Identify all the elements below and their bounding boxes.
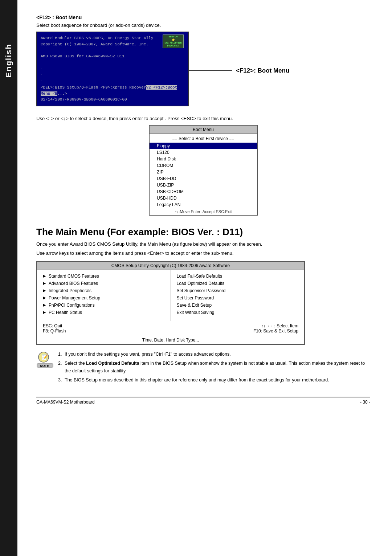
cmos-esc-quit: ESC: Quit (43, 323, 62, 328)
f12-description: Select boot sequence for onboard (or add… (36, 23, 370, 28)
boot-menu-item: USB-FDD (150, 175, 257, 182)
cmos-item-label: Advanced BIOS Features (49, 281, 98, 286)
note-item-2: Select the Load Optimized Defaults item … (58, 360, 370, 375)
svg-text:NOTE: NOTE (40, 364, 49, 368)
note-content: If you don't find the settings you want,… (58, 351, 370, 386)
footer-left: GA-MA69VM-S2 Motherboard (36, 400, 95, 405)
cmos-setup-box: CMOS Setup Utility-Copyright (C) 1984-20… (36, 261, 305, 345)
cmos-right-item: Exit Without Saving (177, 310, 299, 315)
cmos-arrow-icon: ▶ (43, 274, 46, 278)
cmos-left-item: ▶PnP/PCI Configurations (43, 303, 165, 308)
cmos-left-item: ▶PC Health Status (43, 310, 165, 315)
cmos-select-item: ↑↓→←: Select Item (261, 323, 298, 328)
note-list: If you don't find the settings you want,… (58, 351, 370, 384)
main-content: <F12> : Boot Menu Select boot sequence f… (22, 0, 392, 420)
f12-title: <F12> : Boot Menu (36, 15, 370, 20)
cmos-left-item: ▶Standard CMOS Features (43, 274, 165, 279)
boot-items-list: FloppyLS120Hard DiskCDROMZIPUSB-FDDUSB-Z… (150, 143, 257, 208)
footer-right: - 30 - (360, 400, 370, 405)
boot-menu-item: USB-CDROM (150, 188, 257, 195)
note-item-1: If you don't find the settings you want,… (58, 351, 370, 358)
cmos-arrow-icon: ▶ (43, 303, 46, 307)
note-svg-icon: 📝 NOTE (36, 351, 54, 368)
boot-menu-item: Hard Disk (150, 156, 257, 162)
boot-menu-item: LS120 (150, 149, 257, 156)
use-instruction: Use <↑> or <↓> to select a device, then … (36, 116, 370, 121)
boot-menu-item: Floppy (150, 143, 257, 149)
sidebar-label: English (4, 44, 13, 77)
f12-section: <F12> : Boot Menu Select boot sequence f… (36, 15, 370, 216)
cmos-right-item: Set Supervisor Password (177, 288, 299, 293)
boot-menu-item: ZIP (150, 169, 257, 175)
cmos-item-label: Power Management Setup (49, 295, 100, 301)
cmos-f8: F8: Q-Flash (43, 328, 66, 334)
cmos-left-panel: ▶Standard CMOS Features▶Advanced BIOS Fe… (37, 270, 171, 321)
cmos-arrow-icon: ▶ (43, 295, 46, 300)
f12-callout: <F12>: Boot Menu (189, 67, 289, 74)
bios-dot-1: . (41, 65, 184, 71)
callout-line (189, 70, 232, 71)
cmos-item-label: Integrated Peripherals (49, 288, 91, 293)
cmos-item-label: Standard CMOS Features (49, 274, 99, 279)
cmos-right-item: Save & Exit Setup (177, 303, 299, 308)
cmos-right-item: Set User Password (177, 295, 299, 301)
boot-menu-item: USB-ZIP (150, 182, 257, 188)
main-menu-section: The Main Menu (For example: BIOS Ver. : … (36, 226, 370, 345)
note-icon: 📝 NOTE (36, 351, 54, 368)
svg-text:📝: 📝 (41, 354, 48, 360)
cmos-footer-row2: F8: Q-Flash F10: Save & Exit Setup (43, 328, 298, 334)
boot-menu-item: USB-HDD (150, 195, 257, 201)
bios-dot-2: . (41, 71, 184, 77)
note-section: 📝 NOTE If you don't find the settings yo… (36, 351, 370, 386)
cmos-arrow-icon: ▶ (43, 288, 46, 293)
cmos-footer: ESC: Quit ↑↓→←: Select Item F8: Q-Flash … (37, 321, 304, 336)
sidebar: English (0, 0, 17, 556)
note-item-3: The BIOS Setup menus described in this c… (58, 376, 370, 384)
boot-menu-container: Boot Menu == Select a Boot First device … (36, 125, 370, 216)
boot-menu-item: CDROM (150, 162, 257, 169)
bios-date-line: 02/14/2007-RS690V-SB600-6A669G01C-00 (41, 97, 184, 103)
main-menu-heading: The Main Menu (For example: BIOS Ver. : … (36, 226, 370, 238)
cmos-footer-row1: ESC: Quit ↑↓→←: Select Item (43, 323, 298, 328)
cmos-body: ▶Standard CMOS Features▶Advanced BIOS Fe… (37, 270, 304, 321)
bios-dot-3: . (41, 77, 184, 83)
cmos-right-item: Load Fail-Safe Defaults (177, 274, 299, 279)
cmos-item-label: PnP/PCI Configurations (49, 303, 95, 308)
cmos-left-item: ▶Power Management Setup (43, 295, 165, 301)
cmos-right-item: Load Optimized Defaults (177, 281, 299, 286)
cmos-item-label: PC Health Status (49, 310, 82, 315)
cmos-arrow-icon: ▶ (43, 310, 46, 315)
bios-line-4: AMD RS690 BIOS for GA-MA69VM-S2 D11 (41, 53, 184, 60)
bios-line-5 (41, 59, 184, 65)
bios-screen: energy⭐EPA POLLUTION PREVENTER Award Mod… (36, 32, 189, 106)
boot-menu-header: == Select a Boot First device == (150, 134, 257, 143)
boot-menu-dialog: Boot Menu == Select a Boot First device … (149, 125, 258, 216)
bios-bottom-line: <DEL>:BIOS Setup/Q-Flash <F9>:Xpress Rec… (41, 85, 184, 97)
note-bold-phrase: Load Optimized Defaults (86, 361, 139, 366)
page-footer: GA-MA69VM-S2 Motherboard - 30 - (36, 397, 370, 405)
energy-logo: energy⭐EPA POLLUTION PREVENTER (163, 34, 184, 48)
main-menu-desc2: Use arrow keys to select among the items… (36, 250, 370, 256)
cmos-title: CMOS Setup Utility-Copyright (C) 1984-20… (37, 262, 304, 270)
cmos-left-item: ▶Integrated Peripherals (43, 288, 165, 293)
cmos-arrow-icon: ▶ (43, 281, 46, 286)
cmos-f10: F10: Save & Exit Setup (253, 328, 298, 334)
cmos-footer-bottom: Time, Date, Hard Disk Type... (37, 336, 304, 344)
callout-label: <F12>: Boot Menu (236, 67, 289, 74)
cmos-right-panel: Load Fail-Safe DefaultsLoad Optimized De… (171, 270, 305, 321)
boot-menu-footer: ↑↓:Move Enter :Accept ESC:Exit (150, 208, 257, 215)
main-menu-desc1: Once you enter Award BIOS CMOS Setup Uti… (36, 241, 370, 247)
boot-menu-title: Boot Menu (150, 126, 257, 134)
f12-bios-wrapper: energy⭐EPA POLLUTION PREVENTER Award Mod… (36, 32, 370, 110)
cmos-left-item: ▶Advanced BIOS Features (43, 281, 165, 286)
boot-menu-item: Legacy LAN (150, 201, 257, 208)
